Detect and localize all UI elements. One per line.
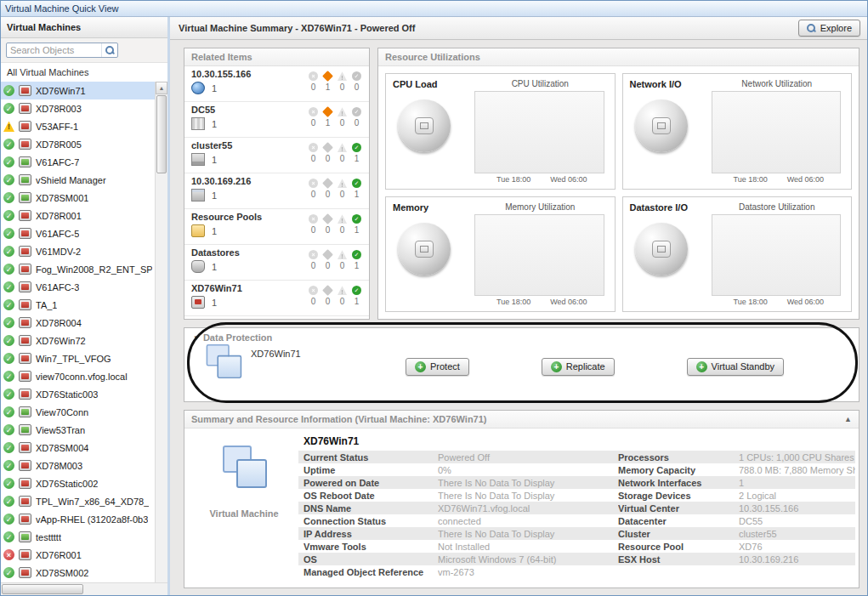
sidebar-horizontal-scrollbar[interactable] [1,582,167,595]
status-fatal-icon: × [309,143,318,152]
vm-list-item[interactable]: XD76Win72 [1,332,155,349]
vm-name-label: vShield Manager [36,175,106,185]
related-item-status-grid: × ! ✓ 0 1 0 0 [306,106,364,135]
related-item[interactable]: 10.30.169.216 1 × ! ✓ 0 0 0 1 [184,173,369,209]
vm-list-item[interactable]: View70Conn [1,403,155,421]
vm-list-item[interactable]: XD76R001 [1,546,155,564]
virtual-standby-button[interactable]: + Virtual Standby [687,358,784,376]
field-label: Uptime [304,465,438,475]
vm-list-item[interactable]: XD78SM002 [1,564,155,582]
status-count: 0 [326,261,331,270]
vm-list-item[interactable]: XD76Static003 [1,385,155,403]
related-item[interactable]: Resource Pools 1 × ! ✓ 0 0 0 1 [184,209,369,245]
vm-name-label: XD76Static003 [36,389,98,400]
vm-list-item[interactable]: XD76Win71 [1,82,155,99]
chart-plot-area[interactable] [712,214,842,297]
vm-list-item[interactable]: XD78R001 [1,207,155,224]
gauge-dial[interactable] [635,99,688,152]
vm-list-item[interactable]: Win7_TPL_VFOG [1,349,155,367]
vm-list-item[interactable]: TPL_Win7_x86_64_XD78_ [1,492,155,510]
sidebar-title: Virtual Machines [1,17,167,38]
related-item-count: 1 [212,155,217,165]
vm-icon [19,531,31,542]
vm-status-icon [3,281,14,292]
vm-list-item[interactable]: view70conn.vfog.local [1,367,155,385]
vm-list-item[interactable]: XD78R005 [1,135,155,153]
chart-title: Network Utilization [710,79,845,88]
status-count: 0 [340,82,345,92]
search-input[interactable] [7,45,101,55]
data-protection-title: Data Protection [203,332,272,343]
status-fatal-icon: × [309,286,318,295]
status-count: 0 [355,118,360,128]
related-item-count-row: 1 [191,296,242,309]
field-value: DC55 [739,516,855,526]
related-item[interactable]: 10.30.155.166 1 × ! ✓ 0 1 0 0 [184,66,369,102]
vm-list-item[interactable]: V61AFC-7 [1,153,155,171]
vm-list-item[interactable]: View53Tran [1,421,155,439]
vm-list-item[interactable]: V61MDV-2 [1,242,155,260]
chart-plot-area[interactable] [474,91,604,173]
summary-row: IP Address There Is No Data To Display C… [298,527,855,540]
vm-list-item[interactable]: V61AFC-3 [1,278,155,296]
vm-list-item[interactable]: vApp-RHEL (31202a8f-0b3 [1,510,155,528]
status-critical-icon [322,142,333,153]
data-protection-header[interactable]: ▼ Data Protection [193,332,850,343]
status-critical-icon [322,213,333,224]
vm-list-scrollbar[interactable]: ▲ [155,82,167,582]
vm-list-item[interactable]: XD78SM001 [1,189,155,207]
related-item-count: 1 [212,262,217,272]
vm-status-icon [3,121,14,132]
status-critical-icon [322,249,333,260]
field-label: DNS Name [304,503,438,514]
status-count: 0 [340,261,345,270]
resource-utilizations-panel: Resource Utilizations CPU Load CPU Utili… [377,48,859,320]
scrollbar-thumb[interactable] [156,95,167,173]
vm-list-item[interactable]: V61AFC-5 [1,224,155,242]
vm-list-item[interactable]: XD78R004 [1,314,155,332]
status-count: 0 [311,154,316,163]
all-virtual-machines-link[interactable]: All Virtual Machines [1,63,167,82]
vm-list-item[interactable]: TA_1 [1,296,155,314]
vm-list-item[interactable]: vShield Manager [1,171,155,189]
related-item[interactable]: cluster55 1 × ! ✓ 0 0 0 1 [184,138,369,173]
vm-icon [19,246,31,257]
vm-icon [19,228,31,239]
field-label: OS [304,554,438,565]
gauge-dial[interactable] [398,223,451,275]
vm-list-item[interactable]: Fog_Win2008_R2_ENT_SP [1,260,155,278]
vm-name-label: view70conn.vfog.local [36,372,128,382]
horizontal-scrollbar-thumb[interactable] [2,584,83,594]
chart-plot-area[interactable] [474,214,604,297]
related-item[interactable]: DC55 1 × ! ✓ 0 1 0 0 [184,102,369,138]
gauge-dial[interactable] [635,223,688,275]
chart-area: Network Utilization Tue 18:00 Wed 06:00 [710,79,845,184]
vm-list-item[interactable]: XD78SM004 [1,439,155,457]
vm-icon [19,192,31,203]
replicate-button[interactable]: + Replicate [542,358,615,376]
gauge-area: Datastore I/O [630,202,705,307]
related-item[interactable]: XD76Win71 1 × ! ✓ 0 0 0 1 [184,281,369,316]
search-icon[interactable] [101,43,117,57]
vm-list-item[interactable]: XD78M003 [1,457,155,474]
status-count: 0 [340,118,345,128]
vm-list-item[interactable]: XD78R003 [1,99,155,117]
x-tick: Wed 06:00 [787,175,824,184]
collapse-icon[interactable]: ▲ [844,415,852,423]
explore-button[interactable]: Explore [798,20,860,37]
vm-status-icon [3,460,14,471]
related-items-panel: Related Items 10.30.155.166 1 × ! ✓ 0 1 … [184,48,370,320]
vm-name-label: Fog_Win2008_R2_ENT_SP [36,264,152,275]
scroll-up-icon[interactable]: ▲ [156,82,167,94]
related-item-name: DC55 [191,105,217,115]
field-label: Storage Devices [618,491,739,501]
vm-list-item[interactable]: XD76Static002 [1,474,155,492]
field-value: XD76Win71.vfog.local [438,503,618,514]
chart-plot-area[interactable] [712,91,842,173]
vm-name-label: XD78R004 [36,318,82,328]
vm-list-item[interactable]: testtttt [1,528,155,546]
related-item[interactable]: Datastores 1 × ! ✓ 0 0 0 1 [184,245,369,281]
protect-button[interactable]: + Protect [406,358,469,376]
vm-list-item[interactable]: V53AFF-1 [1,117,155,135]
gauge-dial[interactable] [398,99,451,152]
